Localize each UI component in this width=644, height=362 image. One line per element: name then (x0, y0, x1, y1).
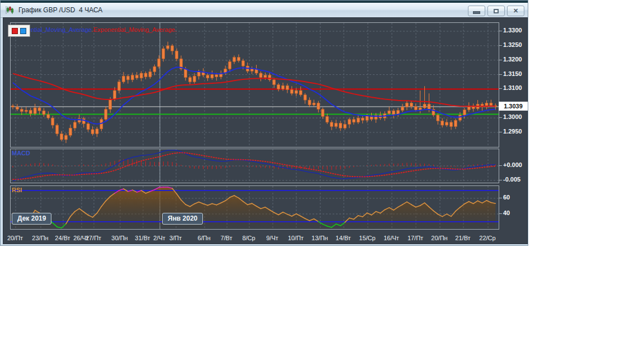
date-axis-tick: 3/Пт (163, 235, 188, 241)
macd-axis-tick: +0.000 (503, 161, 531, 168)
candlestick-chart-icon (5, 6, 15, 15)
price-axis-tick: 1.3250 (503, 41, 531, 48)
price-axis-tick: 1.3000 (503, 113, 531, 120)
macd-axis-tickmark (499, 180, 502, 180)
price-pane[interactable] (10, 22, 499, 147)
price-axis-tick: 1.2950 (503, 128, 531, 135)
rsi-indicator-label: RSI (12, 187, 22, 193)
legend-ema-red: .Exponential_Moving_Average. (92, 26, 177, 33)
price-axis-tick: 1.3100 (503, 84, 531, 91)
close-icon: ✕ (513, 8, 518, 14)
price-axis-tickmark (499, 74, 502, 75)
price-axis-tickmark (499, 31, 502, 31)
month-badge-jan-2020: Янв 2020 (162, 213, 203, 225)
price-axis-tickmark (499, 132, 502, 132)
title-bar[interactable]: График GBP /USD 4 ЧАСА ✕ (1, 3, 528, 18)
maximize-icon (494, 9, 499, 13)
price-axis-tickmark (499, 60, 502, 60)
blue-indicator-swatch[interactable] (20, 28, 26, 34)
date-axis-tick: 14/Вт (330, 235, 356, 241)
date-axis-tick: 20/Пн (427, 235, 452, 241)
red-indicator-swatch[interactable] (12, 28, 18, 34)
rsi-axis-tickmark (499, 198, 502, 198)
window-title: График GBP /USD 4 ЧАСА (18, 6, 102, 14)
rsi-axis-tickmark (499, 213, 502, 214)
date-axis-tick: 16/Чт (378, 235, 404, 241)
macd-indicator-label: MACD (12, 150, 30, 156)
indicator-legend: Exponential_Moving_Average.Exponential_M… (10, 26, 177, 33)
window-controls: ✕ (468, 6, 524, 16)
macd-pane[interactable] (10, 149, 499, 183)
chart-window: График GBP /USD 4 ЧАСА ✕ Exponential_Mov… (0, 0, 528, 246)
minimize-icon (473, 11, 480, 14)
macd-axis-tickmark (499, 165, 502, 166)
rsi-axis-tick: 60 (503, 194, 531, 201)
date-axis-tick: 8/Ср (236, 235, 262, 241)
rsi-axis-tick: 40 (503, 209, 531, 216)
rsi-pane[interactable] (10, 185, 499, 230)
price-axis-tick: 1.3300 (503, 27, 531, 34)
date-axis-tick: 21/Вт (450, 235, 476, 241)
price-axis-tickmark (499, 45, 502, 46)
date-axis-tick: 9/Чт (259, 235, 285, 241)
date-axis-tick: 20/Пт (2, 235, 28, 241)
current-price-label: 1.3039 (499, 102, 528, 111)
price-axis-tick: 1.3150 (503, 70, 531, 77)
date-axis-tick: 22/Ср (475, 235, 500, 241)
macd-axis-tick: -0.005 (503, 176, 531, 183)
date-axis-tick: 10/Пт (283, 235, 309, 241)
date-axis-tick: 17/Пт (402, 235, 428, 241)
date-axis-tick: 13/Пн (307, 235, 333, 241)
maximize-button[interactable] (487, 6, 505, 16)
chart-client-area: Exponential_Moving_Average.Exponential_M… (3, 17, 528, 244)
date-axis-tick: 27/Пт (80, 235, 106, 241)
minimize-button[interactable] (468, 6, 485, 16)
indicator-swatches[interactable] (8, 25, 30, 37)
price-axis-tickmark (499, 117, 502, 118)
close-button[interactable]: ✕ (507, 6, 524, 16)
month-badge-dec-2019: Дек 2019 (12, 213, 51, 225)
date-axis-tick: 30/Пн (107, 235, 132, 241)
price-axis-tick: 1.3200 (503, 56, 531, 63)
price-axis-tickmark (499, 88, 502, 89)
date-axis-tick: 15/Ср (354, 235, 380, 241)
